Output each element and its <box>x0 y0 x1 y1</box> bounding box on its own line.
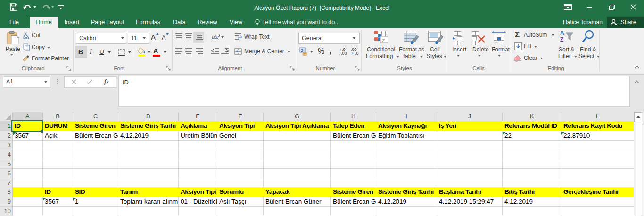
svg-text:$: $ <box>301 48 303 53</box>
svg-text:ab: ab <box>212 34 217 40</box>
svg-text:Z: Z <box>560 36 563 43</box>
svg-text:A: A <box>560 30 564 36</box>
svg-text:≠: ≠ <box>382 37 385 43</box>
svg-text:.0: .0 <box>355 51 359 55</box>
svg-text:.0: .0 <box>342 48 346 52</box>
